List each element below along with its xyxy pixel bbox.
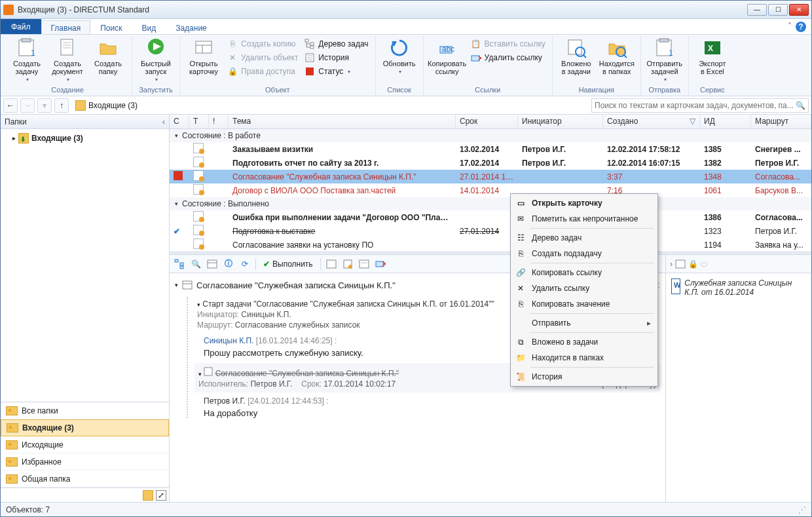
footer-folder-icon[interactable]	[143, 490, 153, 501]
task-row[interactable]: Заказываем визитки13.02.2014Петров И.Г.1…	[170, 142, 811, 156]
breadcrumb[interactable]: Входящие (3)	[75, 100, 138, 111]
tab-view[interactable]: Вид	[132, 20, 166, 34]
tab-task[interactable]: Задание	[166, 20, 217, 34]
search-icon[interactable]: 🔍	[796, 101, 805, 110]
resize-grip[interactable]: ⋰	[798, 505, 806, 514]
context-menu[interactable]: ▭Открыть карточку✉Пометить как непрочита…	[510, 193, 658, 387]
card-icon[interactable]	[205, 257, 219, 271]
context-menu-item[interactable]: 📜История	[512, 369, 656, 385]
grid-body[interactable]: ▾Состояние : В работеЗаказываем визитки1…	[170, 129, 811, 252]
folder-shortcut[interactable]: ★Избранное	[1, 453, 169, 470]
nav-up-button[interactable]: ↑	[54, 98, 69, 113]
context-menu-item[interactable]: ▭Открыть карточку	[512, 195, 656, 211]
ribbon-collapse-icon[interactable]: ˄	[788, 22, 792, 34]
tb-icon-1[interactable]	[324, 257, 339, 271]
tree-view-icon[interactable]	[172, 257, 187, 271]
footer-expand-icon[interactable]: ⤢	[156, 490, 166, 501]
tb-icon-2[interactable]	[341, 257, 355, 271]
title-bar: Входящие (3) - DIRECTUM Standard — ☐ ✕	[1, 1, 811, 19]
tab-home[interactable]: Главная	[41, 20, 91, 34]
col-created[interactable]: Создано ▽	[603, 115, 700, 128]
intasks-icon: ⧉	[515, 336, 526, 348]
status-icon	[304, 66, 315, 77]
col-subject[interactable]: Тема	[229, 115, 456, 128]
create-task-button[interactable]: 1Создать задачу	[7, 36, 46, 85]
col-flag[interactable]: !	[209, 115, 229, 128]
task-row[interactable]: Ошибка при выполнении задачи "Договор ОО…	[170, 210, 811, 224]
delete-link-button[interactable]: ✕Удалить ссылку	[468, 51, 548, 64]
tb-icon-3[interactable]	[357, 257, 371, 271]
create-copy-button[interactable]: ⎘Создать копию	[225, 37, 301, 50]
delete-object-button[interactable]: ✕Удалить объект	[225, 51, 301, 64]
access-rights-button[interactable]: 🔒Права доступа	[225, 65, 301, 78]
context-menu-item[interactable]: ✉Пометить как непрочитанное	[512, 211, 656, 227]
help-icon[interactable]: ?	[796, 22, 806, 32]
task-row[interactable]: Согласование заявки на установку ПО8:251…	[170, 238, 811, 252]
folder-shortcut[interactable]: ★Общая папка	[1, 470, 169, 488]
minimize-button[interactable]: —	[747, 4, 767, 16]
context-menu-item[interactable]: Отправить▸	[512, 315, 656, 331]
task-row[interactable]: Подготовить отчет по сайту за 2013 г.17.…	[170, 156, 811, 170]
info-icon[interactable]: ⓘ	[221, 257, 236, 271]
create-folder-button[interactable]: Создать папку	[88, 36, 128, 85]
task-row[interactable]: ✔Подготовка к выставке27.01.20140:531323…	[170, 224, 811, 238]
stamp-icon[interactable]: ⬭	[701, 259, 707, 269]
in-folders-button[interactable]: Находится в папках	[597, 36, 637, 85]
tab-search[interactable]: Поиск	[90, 20, 132, 34]
context-menu-item[interactable]: ⎘Создать подзадачу	[512, 246, 656, 261]
search-icon[interactable]: 🔍	[189, 257, 203, 271]
task-row[interactable]: Согласование "Служебная записка Синицын …	[170, 170, 811, 183]
search-box[interactable]: 🔍	[591, 98, 809, 113]
col-due[interactable]: Срок	[456, 115, 518, 128]
send-task-button[interactable]: 1Отправить задачей	[645, 36, 684, 85]
folder-tree[interactable]: ▸ ⬇ Входящие (3)	[1, 129, 169, 402]
file-tab[interactable]: Файл	[1, 19, 41, 34]
refresh-button[interactable]: Обновить	[380, 36, 419, 85]
task-row[interactable]: Договор с ВИОЛА ООО Поставка зап.частей1…	[170, 183, 811, 197]
open-card-button[interactable]: Открыть карточку	[184, 36, 223, 85]
col-id[interactable]: ИД	[700, 115, 751, 128]
refresh-icon[interactable]: ⟳	[238, 257, 252, 271]
export-excel-button[interactable]: XЭкспорт в Excel	[693, 36, 732, 85]
context-menu-item[interactable]: ⎘Копировать значение	[512, 296, 656, 312]
in-tasks-button[interactable]: Вложено в задачи	[557, 36, 596, 85]
create-document-button[interactable]: Создать документ	[48, 36, 87, 85]
expand-icon[interactable]: ›	[670, 259, 673, 269]
nav-menu-button[interactable]: ▾	[37, 98, 52, 113]
history-button[interactable]: История	[302, 51, 371, 64]
group-row[interactable]: ▾Состояние : В работе	[170, 129, 811, 142]
paste-link-button[interactable]: 📋Вставить ссылку	[468, 37, 548, 50]
quick-run-button[interactable]: Быстрый запуск	[136, 36, 175, 85]
menu-icon	[515, 317, 526, 329]
close-button[interactable]: ✕	[789, 4, 809, 16]
collapse-icon[interactable]: ‹	[162, 117, 165, 126]
col-status[interactable]: С	[170, 115, 189, 128]
task-tree-button[interactable]: Дерево задач	[302, 37, 371, 50]
tree-root[interactable]: ▸ ⬇ Входящие (3)	[3, 132, 166, 145]
maximize-button[interactable]: ☐	[768, 4, 788, 16]
folder-shortcut[interactable]: ★Входящие (3)	[1, 419, 169, 436]
nav-back-button[interactable]: ←	[3, 98, 18, 113]
folder-shortcut[interactable]: ★Все папки	[1, 402, 169, 419]
context-menu-item[interactable]: ⧉Вложено в задачи	[512, 334, 656, 350]
col-type[interactable]: Т	[189, 115, 209, 128]
folder-shortcut[interactable]: ★Исходящие	[1, 436, 169, 453]
context-menu-item[interactable]: 📁Находится в папках	[512, 350, 656, 366]
copy-link-button[interactable]: abcКопировать ссылку	[428, 36, 467, 85]
lock-icon[interactable]: 🔒	[688, 259, 698, 269]
context-menu-item[interactable]: ☷Дерево задач	[512, 230, 656, 246]
col-initiator[interactable]: Инициатор	[518, 115, 603, 128]
search-input[interactable]	[595, 101, 796, 110]
execute-button[interactable]: ✔Выполнить	[259, 257, 317, 271]
group-row[interactable]: ▾Состояние : Выполнено	[170, 197, 811, 210]
col-route[interactable]: Маршрут	[751, 115, 811, 128]
tb-icon-4[interactable]: ✕	[373, 257, 388, 271]
status-button[interactable]: Статус	[302, 65, 371, 78]
attachment-item[interactable]: Служебная записка Синицын К.П. от 16.01.…	[666, 273, 811, 303]
nav-forward-button[interactable]: →	[20, 98, 35, 113]
context-menu-item[interactable]: ✕Удалить ссылку	[512, 280, 656, 296]
start-node: Старт задачи "Согласование "Служебная за…	[202, 299, 494, 309]
context-menu-item[interactable]: 🔗Копировать ссылку	[512, 265, 656, 280]
svg-text:X: X	[708, 44, 713, 53]
attach-card-icon[interactable]	[675, 259, 686, 269]
